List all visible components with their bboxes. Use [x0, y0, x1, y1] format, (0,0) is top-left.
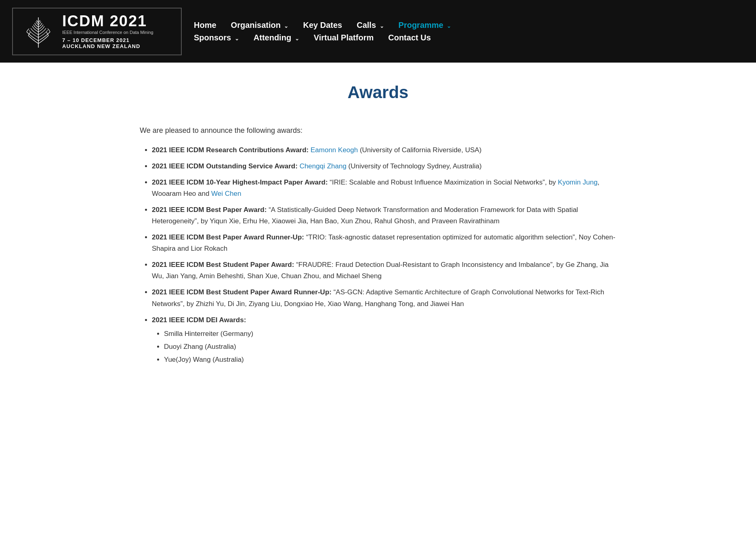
chevron-icon: ⌄ [295, 36, 299, 42]
nav-attending[interactable]: Attending ⌄ [254, 33, 299, 42]
nav-contact-us[interactable]: Contact Us [388, 33, 431, 42]
award-label: 2021 IEEE ICDM Best Student Paper Award: [152, 261, 294, 268]
list-item: 2021 IEEE ICDM DEI Awards: Smilla Hinter… [152, 315, 616, 365]
award-label: 2021 IEEE ICDM Best Paper Award Runner-U… [152, 233, 304, 241]
dei-sub-list: Smilla Hinterreiter (Germany) Duoyi Zhan… [152, 328, 616, 365]
list-item: 2021 IEEE ICDM Best Student Paper Award … [152, 287, 616, 309]
sub-list-item: Duoyi Zhang (Australia) [164, 341, 616, 352]
eamonn-keogh-link[interactable]: Eamonn Keogh [311, 146, 358, 154]
sub-list-item: Smilla Hinterreiter (Germany) [164, 328, 616, 340]
page-title: Awards [140, 83, 616, 102]
chengqi-zhang-link[interactable]: Chengqi Zhang [300, 162, 346, 170]
award-label: 2021 IEEE ICDM Best Student Paper Award … [152, 288, 332, 296]
nav-row-1: Home Organisation ⌄ Key Dates Calls ⌄ Pr… [194, 21, 744, 30]
award-text: “IRIE: Scalable and Robust Influence Max… [330, 178, 558, 186]
list-item: 2021 IEEE ICDM Research Contributions Aw… [152, 145, 616, 156]
award-label: 2021 IEEE ICDM 10-Year Highest-Impact Pa… [152, 178, 328, 186]
sub-list-item: Yue(Joy) Wang (Australia) [164, 354, 616, 365]
chevron-icon: ⌄ [284, 23, 288, 29]
nav-links: Home Organisation ⌄ Key Dates Calls ⌄ Pr… [194, 21, 744, 42]
chevron-icon: ⌄ [235, 36, 239, 42]
nav-calls[interactable]: Calls ⌄ [357, 21, 384, 30]
logo-text-area: ICDM 2021 IEEE International Conference … [62, 13, 153, 49]
list-item: 2021 IEEE ICDM Best Student Paper Award:… [152, 259, 616, 282]
nav-organisation[interactable]: Organisation ⌄ [231, 21, 289, 30]
logo-title: ICDM 2021 [62, 13, 153, 29]
list-item: 2021 IEEE ICDM Best Paper Award: “A Stat… [152, 204, 616, 227]
award-text: (University of Technology Sydney, Austra… [346, 162, 482, 170]
main-content: Awards We are pleased to announce the fo… [116, 63, 640, 403]
navbar: ICDM 2021 IEEE International Conference … [0, 0, 756, 63]
nav-programme[interactable]: Programme ⌄ [399, 21, 452, 30]
chevron-icon: ⌄ [380, 23, 384, 29]
list-item: 2021 IEEE ICDM Best Paper Award Runner-U… [152, 232, 616, 254]
nav-virtual-platform[interactable]: Virtual Platform [314, 33, 374, 42]
nav-row-2: Sponsors ⌄ Attending ⌄ Virtual Platform … [194, 33, 744, 42]
award-label: 2021 IEEE ICDM Outstanding Service Award… [152, 162, 298, 170]
list-item: 2021 IEEE ICDM Outstanding Service Award… [152, 161, 616, 172]
award-label: 2021 IEEE ICDM Best Paper Award: [152, 206, 267, 214]
logo-location: AUCKLAND NEW ZEALAND [62, 43, 153, 49]
award-label: 2021 IEEE ICDM Research Contributions Aw… [152, 146, 309, 154]
award-label: 2021 IEEE ICDM DEI Awards: [152, 316, 246, 324]
wei-chen-link[interactable]: Wei Chen [211, 190, 241, 197]
nav-sponsors[interactable]: Sponsors ⌄ [194, 33, 239, 42]
logo-area: ICDM 2021 IEEE International Conference … [12, 8, 182, 55]
awards-list: 2021 IEEE ICDM Research Contributions Aw… [140, 145, 616, 365]
list-item: 2021 IEEE ICDM 10-Year Highest-Impact Pa… [152, 177, 616, 199]
nav-home[interactable]: Home [194, 21, 216, 30]
logo-subtitle: IEEE International Conference on Data Mi… [62, 29, 153, 35]
intro-text: We are pleased to announce the following… [140, 126, 616, 135]
award-text: (University of California Riverside, USA… [358, 146, 481, 154]
logo-date: 7 – 10 DECEMBER 2021 [62, 37, 153, 43]
chevron-icon: ⌄ [447, 23, 451, 29]
fern-logo-icon [20, 13, 57, 50]
nav-key-dates[interactable]: Key Dates [303, 21, 342, 30]
kyomin-jung-link[interactable]: Kyomin Jung [558, 178, 597, 186]
